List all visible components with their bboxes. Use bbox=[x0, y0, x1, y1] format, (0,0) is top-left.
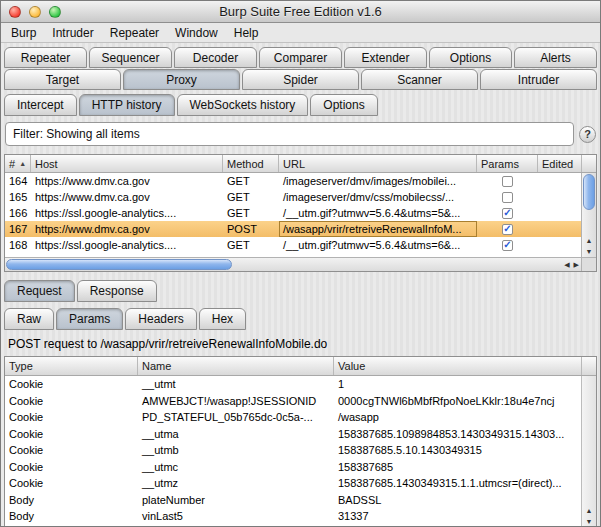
menu-window[interactable]: Window bbox=[175, 26, 218, 40]
cell-host: https://www.dmv.ca.gov bbox=[31, 173, 223, 189]
request-params-table: Type Name Value Cookie __utmt 1 Cookie A… bbox=[4, 356, 597, 527]
tab-decoder[interactable]: Decoder bbox=[174, 47, 257, 68]
column-header-edited[interactable]: Edited bbox=[538, 155, 582, 172]
cell-method: GET bbox=[223, 189, 279, 205]
param-row[interactable]: Cookie __utma 158387685.1098984853.14303… bbox=[5, 426, 596, 443]
tab-proxy[interactable]: Proxy bbox=[123, 69, 240, 90]
column-header-params[interactable]: Params bbox=[477, 155, 538, 172]
column-header-url[interactable]: URL bbox=[279, 155, 477, 172]
cell-name: __utma bbox=[138, 426, 334, 443]
param-row[interactable]: Body vinLast5 31337 bbox=[5, 508, 596, 525]
column-header-type[interactable]: Type bbox=[5, 357, 138, 375]
tab-intercept[interactable]: Intercept bbox=[4, 94, 77, 116]
tab-intruder[interactable]: Intruder bbox=[480, 69, 597, 90]
tab-comparer[interactable]: Comparer bbox=[259, 47, 342, 68]
scroll-down-arrow-icon[interactable]: ▼ bbox=[582, 246, 596, 257]
horizontal-scrollbar-arrows: ◀ ▶ bbox=[564, 258, 579, 271]
tab-params[interactable]: Params bbox=[56, 308, 123, 330]
params-vertical-scrollbar[interactable]: ▲ ▼ bbox=[581, 376, 596, 527]
cell-value: 158387685.5.10.1430349315 bbox=[334, 442, 582, 459]
table-row-selected[interactable]: 167 https://www.dmv.ca.gov POST /wasapp/… bbox=[5, 221, 596, 237]
tab-extender[interactable]: Extender bbox=[344, 47, 427, 68]
column-header-name[interactable]: Name bbox=[138, 357, 334, 375]
tab-headers[interactable]: Headers bbox=[125, 308, 196, 330]
table-row[interactable]: 168 https://ssl.google-analytics.... GET… bbox=[5, 237, 596, 253]
detail-tabs: Request Response bbox=[1, 280, 600, 303]
cell-name: __utmb bbox=[138, 442, 334, 459]
cell-value: /wasapp bbox=[334, 409, 582, 426]
param-row[interactable]: Cookie __utmc 158387685 bbox=[5, 459, 596, 476]
column-header-value[interactable]: Value bbox=[334, 357, 582, 375]
cell-num: 168 bbox=[5, 237, 31, 253]
column-header-method[interactable]: Method bbox=[223, 155, 279, 172]
table-row[interactable]: 165 https://www.dmv.ca.gov GET /imageser… bbox=[5, 189, 596, 205]
param-row[interactable]: Cookie PD_STATEFUL_05b765dc-0c5a-... /wa… bbox=[5, 409, 596, 426]
tab-options[interactable]: Options bbox=[429, 47, 512, 68]
tab-alerts[interactable]: Alerts bbox=[514, 47, 597, 68]
params-checkbox[interactable] bbox=[502, 192, 513, 203]
scroll-up-arrow-icon[interactable]: ▲ bbox=[582, 235, 596, 246]
scroll-left-arrow-icon[interactable]: ◀ bbox=[564, 261, 569, 269]
params-checkbox[interactable] bbox=[502, 240, 513, 251]
cell-value: 158387685.1430349315.1.1.utmcsr=(direct)… bbox=[334, 475, 582, 492]
scroll-right-arrow-icon[interactable]: ▶ bbox=[574, 261, 579, 269]
tab-proxy-options[interactable]: Options bbox=[310, 94, 377, 116]
cell-type: Cookie bbox=[5, 376, 138, 393]
scroll-up-arrow-icon[interactable]: ▲ bbox=[582, 505, 596, 516]
tab-sequencer[interactable]: Sequencer bbox=[89, 47, 172, 68]
params-table-header: Type Name Value bbox=[5, 357, 596, 376]
history-horizontal-scrollbar[interactable]: ◀ ▶ bbox=[5, 257, 581, 271]
menu-burp[interactable]: Burp bbox=[11, 26, 36, 40]
tab-response[interactable]: Response bbox=[77, 280, 157, 302]
cell-params bbox=[477, 189, 538, 205]
column-header-num[interactable]: # ▲ bbox=[5, 155, 31, 172]
tab-scanner[interactable]: Scanner bbox=[361, 69, 478, 90]
params-checkbox[interactable] bbox=[502, 176, 513, 187]
close-window-button[interactable] bbox=[9, 6, 21, 18]
tab-raw[interactable]: Raw bbox=[4, 308, 54, 330]
help-button[interactable]: ? bbox=[579, 126, 596, 143]
cell-value: 158387685.1098984853.1430349315.14303... bbox=[334, 426, 582, 443]
cell-url: /__utm.gif?utmwv=5.6.4&utms=6&... bbox=[279, 237, 477, 253]
main-tabs: Repeater Sequencer Decoder Comparer Exte… bbox=[1, 43, 600, 90]
cell-host: https://www.dmv.ca.gov bbox=[31, 189, 223, 205]
tab-spider[interactable]: Spider bbox=[242, 69, 359, 90]
scroll-down-arrow-icon[interactable]: ▼ bbox=[582, 516, 596, 527]
history-vertical-scrollbar[interactable]: ▲ ▼ bbox=[581, 173, 596, 257]
horizontal-scrollbar-thumb[interactable] bbox=[6, 259, 232, 270]
params-checkbox[interactable] bbox=[502, 224, 513, 235]
cell-url: /imageserver/dmv/images/mobilei... bbox=[279, 173, 477, 189]
param-row[interactable]: Body plateNumber BADSSL bbox=[5, 492, 596, 509]
cell-value: 31337 bbox=[334, 508, 582, 525]
table-row[interactable]: 166 https://ssl.google-analytics.... GET… bbox=[5, 205, 596, 221]
param-row[interactable]: Cookie __utmz 158387685.1430349315.1.1.u… bbox=[5, 475, 596, 492]
column-header-host[interactable]: Host bbox=[31, 155, 223, 172]
menu-help[interactable]: Help bbox=[234, 26, 259, 40]
cell-value: 0000cgTNWl6bMbfRfpoNoeLKklr:18u4e7ncj bbox=[334, 393, 582, 410]
param-row[interactable]: Cookie __utmb 158387685.5.10.1430349315 bbox=[5, 442, 596, 459]
vertical-scrollbar-thumb[interactable] bbox=[583, 174, 595, 210]
minimize-window-button[interactable] bbox=[29, 6, 41, 18]
cell-type: Cookie bbox=[5, 459, 138, 476]
tab-websockets-history[interactable]: WebSockets history bbox=[177, 94, 309, 116]
tab-repeater[interactable]: Repeater bbox=[4, 47, 87, 68]
filter-bar: Filter: Showing all items ? bbox=[1, 120, 600, 148]
filter-box[interactable]: Filter: Showing all items bbox=[5, 122, 574, 146]
menu-intruder[interactable]: Intruder bbox=[52, 26, 93, 40]
menu-repeater[interactable]: Repeater bbox=[110, 26, 159, 40]
tab-target[interactable]: Target bbox=[4, 69, 121, 90]
menu-bar: Burp Intruder Repeater Window Help bbox=[1, 23, 600, 43]
table-row[interactable]: 164 https://www.dmv.ca.gov GET /imageser… bbox=[5, 173, 596, 189]
tab-hex[interactable]: Hex bbox=[199, 308, 246, 330]
cell-method: GET bbox=[223, 205, 279, 221]
cell-name: __utmt bbox=[138, 376, 334, 393]
param-row[interactable]: Cookie AMWEBJCT!/wasapp!JSESSIONID 0000c… bbox=[5, 393, 596, 410]
tab-request[interactable]: Request bbox=[4, 280, 75, 302]
param-row[interactable]: Cookie __utmt 1 bbox=[5, 376, 596, 393]
tab-http-history[interactable]: HTTP history bbox=[79, 94, 175, 116]
cell-url: /__utm.gif?utmwv=5.6.4&utms=5&... bbox=[279, 205, 477, 221]
params-checkbox[interactable] bbox=[502, 208, 513, 219]
cell-params bbox=[477, 173, 538, 189]
panel-splitter[interactable] bbox=[1, 272, 600, 280]
zoom-window-button[interactable] bbox=[49, 6, 61, 18]
